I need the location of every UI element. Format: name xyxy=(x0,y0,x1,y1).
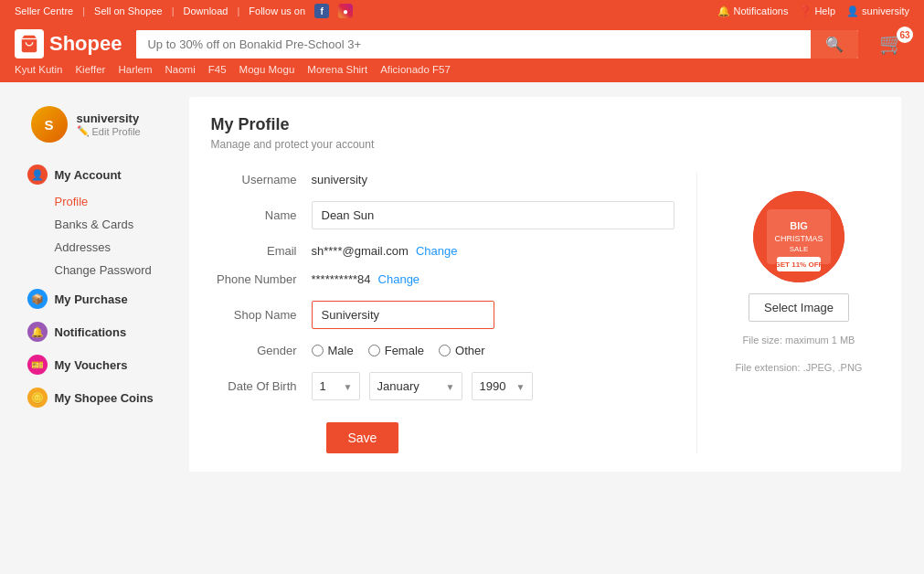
user-menu[interactable]: 👤 suniversity xyxy=(846,5,909,17)
subnav-link-5[interactable]: F45 xyxy=(208,64,227,75)
save-button[interactable]: Save xyxy=(326,422,399,453)
sidebar-profile: S suniversity ✏️ Edit Profile xyxy=(24,97,175,157)
profile-avatar-large: BIG CHRISTMAS SALE GET 11% OFF xyxy=(753,191,844,282)
dob-day-select[interactable]: 1234567891011121314151617181920212223242… xyxy=(312,372,360,400)
dob-month-select[interactable]: JanuaryFebruaryMarchAprilMayJuneJulyAugu… xyxy=(369,372,462,400)
avatar: S xyxy=(31,106,68,143)
instagram-icon[interactable]: ● xyxy=(338,4,353,18)
top-bar-left: Seller Centre | Sell on Shopee | Downloa… xyxy=(15,4,353,18)
save-row: Save xyxy=(211,415,674,453)
svg-text:SALE: SALE xyxy=(790,245,808,253)
dob-day-wrapper: 1234567891011121314151617181920212223242… xyxy=(312,372,360,400)
subnav-link-7[interactable]: Morena Shirt xyxy=(307,64,367,75)
svg-text:GET 11% OFF: GET 11% OFF xyxy=(775,260,823,269)
shopname-input[interactable] xyxy=(312,301,494,329)
main-container: S suniversity ✏️ Edit Profile 👤 My Accou… xyxy=(24,97,901,472)
gender-options: Male Female Other xyxy=(312,344,485,357)
purchase-icon: 📦 xyxy=(27,289,48,309)
gender-label: Gender xyxy=(211,344,312,357)
dob-year-select[interactable]: 1940194119421943194419451946194719481949… xyxy=(472,372,533,400)
sidebar-section-my-account: 👤 My Account xyxy=(24,157,175,190)
search-input[interactable] xyxy=(136,30,811,58)
username-value: suniversity xyxy=(312,173,367,186)
profile-content: My Profile Manage and protect your accou… xyxy=(189,97,901,472)
email-value: sh****@gmail.com xyxy=(312,244,409,258)
user-avatar-small: 👤 xyxy=(846,5,859,17)
logo-text: Shopee xyxy=(49,32,122,56)
seller-centre-link[interactable]: Seller Centre xyxy=(15,5,73,16)
gender-male[interactable]: Male xyxy=(312,344,354,357)
logo[interactable]: Shopee xyxy=(15,29,122,58)
follow-us-label: Follow us on xyxy=(249,5,305,16)
sidebar-section-my-purchase[interactable]: 📦 My Purchase xyxy=(24,282,175,314)
form-fields: Username suniversity Name Email sh****@g… xyxy=(211,173,674,453)
sidebar-item-change-password[interactable]: Change Password xyxy=(24,259,175,282)
header: Shopee 🔍 🛒 63 xyxy=(0,22,924,64)
subnav-link-1[interactable]: Kyut Kutin xyxy=(15,64,62,75)
select-image-button[interactable]: Select Image xyxy=(749,293,849,322)
dob-row: Date Of Birth 12345678910111213141516171… xyxy=(211,372,674,400)
sidebar: S suniversity ✏️ Edit Profile 👤 My Accou… xyxy=(24,97,175,472)
top-bar: Seller Centre | Sell on Shopee | Downloa… xyxy=(0,0,924,22)
svg-text:BIG: BIG xyxy=(790,220,808,231)
name-input[interactable] xyxy=(312,201,674,229)
form-image-section: BIG CHRISTMAS SALE GET 11% OFF Select Im… xyxy=(696,173,879,453)
help-icon: ❓ xyxy=(799,5,812,17)
subnav-link-8[interactable]: Aficionado F57 xyxy=(380,64,451,75)
sub-nav: Kyut Kutin Kieffer Harlem Naomi F45 Mogu… xyxy=(0,64,924,82)
gender-female-radio[interactable] xyxy=(368,345,380,356)
name-label: Name xyxy=(211,208,312,222)
notifications-link[interactable]: 🔔 Notifications xyxy=(717,5,788,17)
sidebar-item-banks-cards[interactable]: Banks & Cards xyxy=(24,213,175,236)
search-bar: 🔍 xyxy=(136,30,858,58)
cart-icon[interactable]: 🛒 63 xyxy=(873,32,909,56)
sell-on-shopee-link[interactable]: Sell on Shopee xyxy=(94,5,163,16)
email-change-link[interactable]: Change xyxy=(416,244,458,258)
gender-row: Gender Male Female Other xyxy=(211,344,674,357)
svg-text:CHRISTMAS: CHRISTMAS xyxy=(774,234,823,243)
sidebar-section-vouchers[interactable]: 🎫 My Vouchers xyxy=(24,347,175,380)
phone-value: **********84 xyxy=(312,272,371,286)
coins-icon: 🪙 xyxy=(27,388,48,408)
sidebar-section-coins[interactable]: 🪙 My Shopee Coins xyxy=(24,380,175,413)
subnav-link-3[interactable]: Harlem xyxy=(118,64,152,75)
download-link[interactable]: Download xyxy=(184,5,228,16)
search-button[interactable]: 🔍 xyxy=(811,30,858,58)
email-row: Email sh****@gmail.com Change xyxy=(211,244,674,258)
logo-bag xyxy=(15,29,44,58)
email-label: Email xyxy=(211,244,312,258)
voucher-icon: 🎫 xyxy=(27,355,48,375)
sidebar-item-addresses[interactable]: Addresses xyxy=(24,236,175,259)
username-row: Username suniversity xyxy=(211,173,674,186)
shopname-row: Shop Name xyxy=(211,301,674,329)
dob-month-wrapper: JanuaryFebruaryMarchAprilMayJuneJulyAugu… xyxy=(369,372,462,400)
help-link[interactable]: ❓ Help xyxy=(799,5,835,17)
sidebar-username: suniversity xyxy=(77,112,141,125)
phone-row: Phone Number **********84 Change xyxy=(211,272,674,286)
page-subtitle: Manage and protect your account xyxy=(211,138,879,151)
image-hint-size: File size: maximum 1 MB xyxy=(743,333,855,349)
account-icon: 👤 xyxy=(27,165,48,185)
sidebar-item-profile[interactable]: Profile xyxy=(24,190,175,213)
image-hint-ext: File extension: .JPEG, .PNG xyxy=(736,360,863,377)
dob-year-wrapper: 1940194119421943194419451946194719481949… xyxy=(472,372,533,400)
subnav-link-4[interactable]: Naomi xyxy=(165,64,196,75)
subnav-link-2[interactable]: Kieffer xyxy=(75,64,105,75)
facebook-icon[interactable]: f xyxy=(314,4,329,18)
phone-change-link[interactable]: Change xyxy=(378,272,420,286)
gender-female[interactable]: Female xyxy=(368,344,424,357)
gender-male-radio[interactable] xyxy=(312,345,324,356)
phone-label: Phone Number xyxy=(211,272,312,286)
sidebar-edit-link[interactable]: ✏️ Edit Profile xyxy=(77,125,141,137)
notification-icon: 🔔 xyxy=(27,322,48,342)
bell-icon: 🔔 xyxy=(717,5,730,17)
pencil-icon: ✏️ xyxy=(77,125,90,137)
gender-other[interactable]: Other xyxy=(439,344,485,357)
gender-other-radio[interactable] xyxy=(439,345,451,356)
name-row: Name xyxy=(211,201,674,229)
dob-label: Date Of Birth xyxy=(211,379,312,393)
sidebar-section-notifications[interactable]: 🔔 Notifications xyxy=(24,314,175,347)
subnav-link-6[interactable]: Mogu Mogu xyxy=(239,64,295,75)
page-title: My Profile xyxy=(211,115,879,134)
top-bar-right: 🔔 Notifications ❓ Help 👤 suniversity xyxy=(717,5,909,17)
